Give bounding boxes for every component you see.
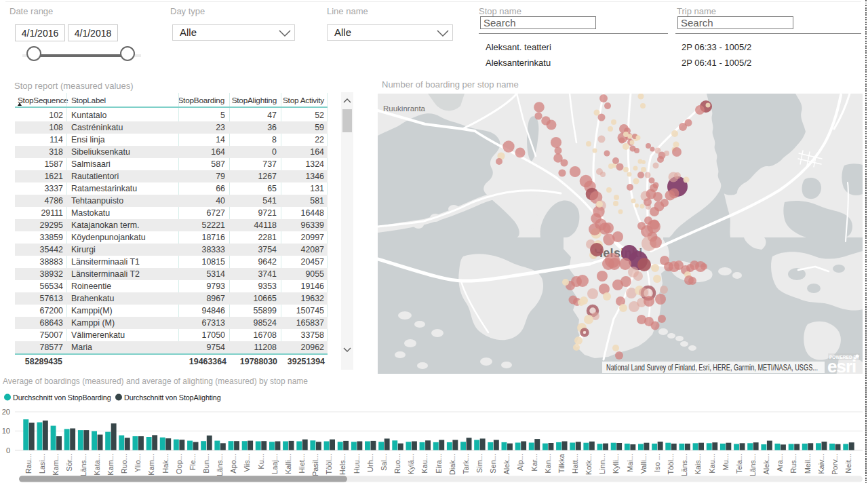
svg-text:Kam...: Kam... — [147, 454, 155, 476]
svg-text:Tööl...: Tööl... — [325, 454, 333, 475]
svg-text:20: 20 — [2, 408, 10, 416]
svg-text:Durchschnitt von StopBoarding: Durchschnitt von StopBoarding — [13, 393, 111, 402]
svg-text:Hels...: Hels... — [338, 454, 347, 475]
svg-text:Sen...: Sen... — [489, 454, 497, 474]
svg-text:Linn...: Linn... — [598, 454, 606, 474]
svg-text:Hiet...: Hiet... — [298, 454, 306, 474]
svg-text:Tark...: Tark... — [462, 454, 470, 474]
svg-text:10: 10 — [2, 427, 10, 435]
svg-text:Fle...: Fle... — [189, 454, 197, 470]
svg-text:Ruukinranta: Ruukinranta — [383, 104, 426, 113]
svg-text:Läns...: Läns... — [79, 454, 87, 476]
svg-text:0: 0 — [6, 446, 10, 455]
svg-text:Kylli...: Kylli... — [612, 454, 620, 474]
svg-text:esri: esri — [827, 356, 856, 374]
svg-text:Alek...: Alek... — [762, 454, 770, 475]
svg-text:Kau...: Kau... — [420, 454, 429, 474]
svg-text:Kam...: Kam... — [106, 454, 115, 476]
svg-text:National Land Survey of Finlan: National Land Survey of Finland, Esri, H… — [606, 363, 818, 372]
svg-text:Neit...: Neit... — [844, 454, 852, 474]
svg-text:Ylio...: Ylio... — [134, 454, 142, 473]
svg-text:Sim...: Sim... — [475, 454, 484, 473]
svg-text:Urh...: Urh... — [366, 454, 374, 472]
svg-text:Kar...: Kar... — [530, 454, 538, 471]
svg-text:Kotk...: Kotk... — [585, 454, 593, 475]
svg-text:Hak...: Hak... — [161, 454, 170, 474]
svg-text:Oop...: Oop... — [175, 454, 183, 474]
svg-text:Mai...: Mai... — [626, 454, 634, 472]
svg-text:Lasi...: Lasi... — [38, 454, 46, 474]
svg-text:Average of boardings (measured: Average of boardings (measured) and aver… — [3, 376, 308, 386]
svg-text:Alp...: Alp... — [516, 454, 524, 471]
svg-text:Rau...: Rau... — [24, 454, 33, 474]
svg-text:Tööl...: Tööl... — [667, 454, 675, 475]
svg-text:Mu...: Mu... — [722, 454, 730, 470]
svg-text:Iso ...: Iso ... — [653, 454, 661, 472]
svg-text:Sör...: Sör... — [65, 454, 73, 471]
svg-text:Valli...: Valli... — [639, 454, 648, 474]
svg-text:Laaj...: Laaj... — [271, 454, 279, 474]
svg-text:Viis...: Viis... — [243, 454, 251, 472]
svg-text:Kaiv...: Kaiv... — [817, 454, 825, 474]
svg-text:Diak...: Diak... — [448, 454, 456, 475]
svg-text:Kais...: Kais... — [694, 454, 702, 475]
svg-text:Kata...: Kata... — [93, 454, 101, 476]
svg-text:Rus...: Rus... — [789, 454, 797, 474]
svg-text:Läns...: Läns... — [749, 454, 757, 476]
svg-text:Ara...: Ara... — [776, 454, 784, 471]
svg-text:Hatt...: Hatt... — [571, 454, 579, 474]
svg-text:Huu...: Huu... — [353, 454, 361, 474]
svg-text:Tilkka: Tilkka — [557, 453, 566, 473]
svg-text:Porv...: Porv... — [831, 454, 839, 475]
svg-text:Tela...: Tela... — [735, 454, 743, 474]
svg-text:Läns...: Läns... — [216, 454, 224, 476]
svg-text:Durchschnitt von StopAlighting: Durchschnitt von StopAlighting — [124, 393, 221, 402]
svg-text:Kan...: Kan... — [544, 454, 552, 474]
svg-text:Pasil...: Pasil... — [311, 454, 319, 476]
svg-text:Kau...: Kau... — [708, 454, 716, 474]
svg-text:Bun...: Bun... — [202, 454, 210, 474]
svg-text:Eira...: Eira... — [435, 454, 443, 474]
svg-text:Sal...: Sal... — [380, 454, 388, 471]
svg-text:Meil...: Meil... — [804, 454, 812, 474]
svg-text:Läns...: Läns... — [680, 454, 688, 476]
svg-text:Kalli...: Kalli... — [284, 454, 292, 474]
svg-text:Kylä...: Kylä... — [407, 454, 415, 475]
svg-text:Alek...: Alek... — [502, 454, 511, 475]
svg-text:Kam...: Kam... — [52, 454, 60, 476]
svg-text:Ku...: Ku... — [257, 454, 265, 469]
svg-text:Apo...: Apo... — [229, 454, 237, 474]
svg-text:Ruo...: Ruo... — [393, 454, 401, 474]
svg-text:Ruo...: Ruo... — [120, 454, 128, 474]
